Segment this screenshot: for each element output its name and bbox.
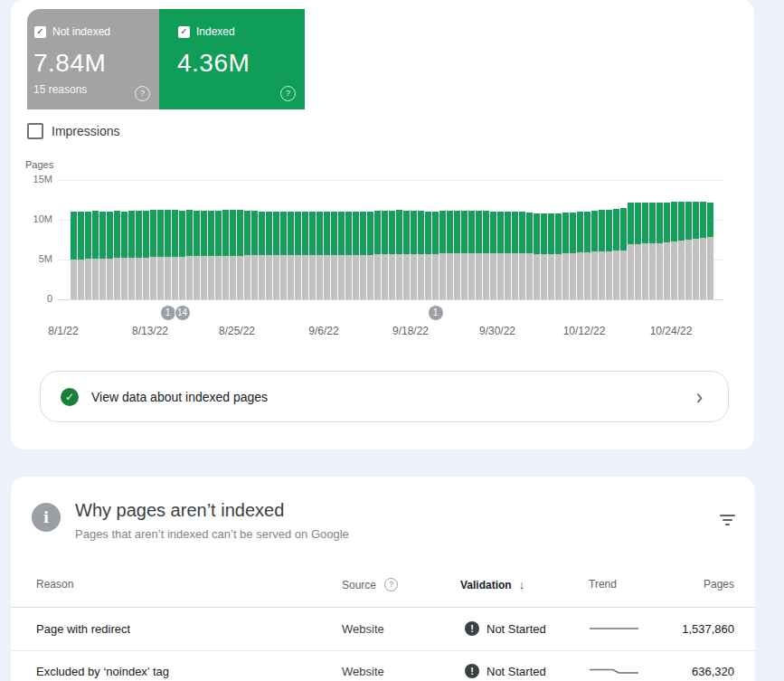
bar-day-23[interactable]: [237, 210, 243, 299]
view-data-row[interactable]: ✓ View data about indexed pages ›: [40, 371, 729, 422]
bar-day-17[interactable]: [194, 211, 200, 299]
bar-day-67[interactable]: [555, 213, 562, 299]
bar-day-85[interactable]: [685, 202, 692, 299]
bar-day-82[interactable]: [664, 203, 670, 299]
bar-day-12[interactable]: [157, 210, 164, 299]
bar-day-51[interactable]: [439, 211, 446, 299]
event-badge[interactable]: 1: [429, 306, 443, 320]
bar-day-3[interactable]: [92, 211, 99, 299]
bar-day-31[interactable]: [295, 212, 301, 299]
event-badge[interactable]: 14: [175, 306, 190, 320]
bar-day-55[interactable]: [468, 211, 475, 299]
bar-day-81[interactable]: [656, 203, 663, 299]
bar-day-53[interactable]: [454, 211, 460, 299]
bar-day-14[interactable]: [172, 210, 178, 299]
indexed-checkbox[interactable]: ✓: [178, 26, 190, 38]
bar-day-24[interactable]: [244, 211, 250, 299]
bar-day-26[interactable]: [259, 212, 265, 299]
bar-day-79[interactable]: [642, 203, 648, 299]
bar-day-36[interactable]: [331, 212, 337, 299]
bar-day-58[interactable]: [490, 212, 496, 299]
bar-day-62[interactable]: [519, 212, 525, 299]
bar-day-60[interactable]: [505, 212, 511, 299]
table-row[interactable]: Page with redirect Website ! Not Started…: [11, 608, 755, 651]
bar-day-48[interactable]: [418, 211, 424, 299]
bar-day-52[interactable]: [447, 211, 453, 299]
bar-day-9[interactable]: [136, 211, 142, 299]
bar-day-42[interactable]: [374, 211, 381, 299]
bar-day-22[interactable]: [230, 210, 236, 299]
bar-day-19[interactable]: [208, 211, 214, 299]
reason-cell[interactable]: Page with redirect: [36, 622, 130, 636]
bar-day-80[interactable]: [649, 203, 656, 299]
bar-day-29[interactable]: [280, 212, 287, 299]
bar-day-18[interactable]: [201, 211, 207, 299]
table-row[interactable]: Excluded by ‘noindex’ tag Website ! Not …: [11, 650, 755, 681]
bar-day-7[interactable]: [121, 212, 128, 299]
bar-day-84[interactable]: [678, 202, 685, 299]
column-header-trend[interactable]: Trend: [589, 578, 617, 591]
stacked-bar-plot[interactable]: [71, 180, 714, 299]
impressions-checkbox[interactable]: [27, 123, 43, 139]
bar-day-74[interactable]: [606, 210, 612, 299]
bar-day-8[interactable]: [128, 211, 135, 299]
bar-day-21[interactable]: [222, 210, 229, 299]
bar-day-63[interactable]: [526, 213, 533, 299]
bar-day-78[interactable]: [635, 203, 641, 299]
bar-day-37[interactable]: [338, 212, 345, 299]
bar-day-83[interactable]: [671, 202, 677, 299]
bar-day-13[interactable]: [165, 210, 171, 299]
bar-day-10[interactable]: [143, 211, 149, 299]
bar-day-61[interactable]: [512, 212, 518, 299]
bar-day-43[interactable]: [382, 211, 388, 299]
bar-day-87[interactable]: [700, 202, 706, 299]
filter-icon[interactable]: [714, 509, 740, 531]
bar-day-40[interactable]: [360, 212, 366, 299]
bar-day-73[interactable]: [599, 210, 605, 299]
bar-day-54[interactable]: [461, 211, 468, 299]
bar-day-65[interactable]: [541, 213, 547, 299]
bar-day-1[interactable]: [78, 212, 84, 299]
bar-day-64[interactable]: [534, 213, 540, 299]
bar-day-6[interactable]: [114, 211, 120, 299]
help-icon[interactable]: ?: [384, 578, 398, 591]
bar-day-56[interactable]: [476, 211, 482, 299]
bar-day-15[interactable]: [179, 211, 185, 299]
bar-day-44[interactable]: [389, 211, 395, 299]
bar-day-2[interactable]: [85, 212, 91, 299]
not-indexed-checkbox[interactable]: ✓: [34, 26, 46, 38]
bar-day-57[interactable]: [483, 211, 489, 299]
help-icon[interactable]: ?: [135, 86, 150, 101]
indexed-card[interactable]: ✓ Indexed 4.36M ?: [159, 9, 305, 109]
bar-day-33[interactable]: [309, 212, 316, 299]
bar-day-47[interactable]: [411, 211, 417, 299]
chevron-right-icon[interactable]: ›: [696, 385, 703, 407]
bar-day-35[interactable]: [324, 212, 330, 299]
bar-day-59[interactable]: [497, 212, 504, 299]
impressions-toggle[interactable]: Impressions: [27, 123, 119, 139]
column-header-source[interactable]: Source ?: [342, 578, 398, 591]
bar-day-25[interactable]: [251, 211, 258, 299]
not-indexed-card[interactable]: ✓ Not indexed 7.84M 15 reasons ?: [27, 9, 159, 109]
help-icon[interactable]: ?: [280, 86, 296, 101]
bar-day-76[interactable]: [620, 208, 627, 299]
event-badge[interactable]: 1: [161, 306, 175, 320]
bar-day-41[interactable]: [367, 212, 373, 299]
bar-day-75[interactable]: [613, 209, 619, 299]
bar-day-34[interactable]: [316, 212, 323, 299]
bar-day-86[interactable]: [693, 202, 699, 299]
bar-day-28[interactable]: [273, 212, 279, 299]
bar-day-30[interactable]: [288, 212, 294, 299]
bar-day-46[interactable]: [403, 211, 410, 299]
column-header-reason[interactable]: Reason: [36, 578, 73, 591]
bar-day-27[interactable]: [266, 212, 272, 299]
bar-day-4[interactable]: [99, 212, 106, 299]
bar-day-45[interactable]: [396, 210, 402, 299]
bar-day-69[interactable]: [570, 213, 576, 299]
reason-cell[interactable]: Excluded by ‘noindex’ tag: [36, 665, 169, 678]
bar-day-50[interactable]: [432, 212, 439, 299]
bar-day-16[interactable]: [186, 210, 193, 299]
bar-day-66[interactable]: [548, 213, 554, 299]
bar-day-32[interactable]: [302, 212, 308, 299]
bar-day-71[interactable]: [584, 212, 590, 299]
